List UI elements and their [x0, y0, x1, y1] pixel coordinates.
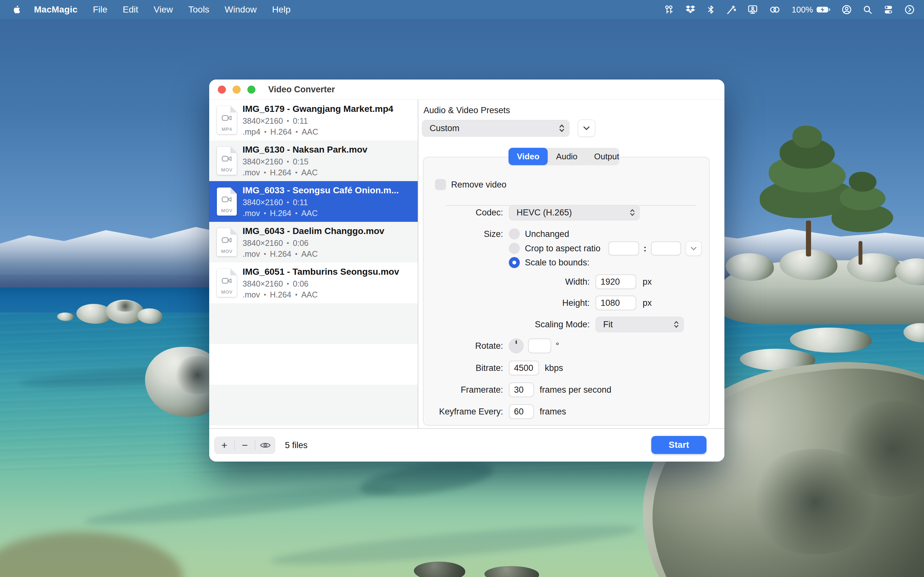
- menu-item-window[interactable]: Window: [225, 5, 257, 15]
- bluetooth-icon[interactable]: [707, 5, 715, 15]
- display-mirroring-icon[interactable]: [748, 5, 758, 15]
- file-row[interactable]: MOV IMG_6043 - Daelim Changgo.mov 3840×2…: [209, 222, 418, 263]
- crop-ratio-w-input[interactable]: [608, 242, 639, 255]
- user-icon[interactable]: [842, 5, 851, 15]
- file-type-badge: MOV: [217, 167, 237, 172]
- height-unit: px: [643, 298, 652, 308]
- video-file-icon: MP4: [217, 106, 237, 134]
- file-name: IMG_6179 - Gwangjang Market.mp4: [242, 105, 393, 113]
- file-resolution: 3840×2160: [242, 280, 283, 288]
- file-vcodec: H.264: [270, 210, 291, 218]
- link-icon[interactable]: [769, 5, 780, 15]
- bitrate-label: Bitrate:: [423, 363, 503, 373]
- dropbox-icon[interactable]: [685, 5, 696, 15]
- menu-item-tools[interactable]: Tools: [188, 5, 209, 15]
- video-file-icon: MOV: [217, 187, 237, 216]
- settings-tabs: Video Audio Output: [509, 148, 619, 165]
- file-duration: 0:11: [293, 117, 308, 125]
- control-center-icon[interactable]: [884, 5, 893, 15]
- codec-value: HEVC (H.265): [509, 208, 572, 218]
- remove-video-label: Remove video: [451, 180, 507, 190]
- battery-percent-label: 100%: [792, 5, 813, 15]
- file-row-selected[interactable]: MOV IMG_6033 - Seongsu Café Onion.m... 3…: [209, 181, 418, 222]
- menu-item-view[interactable]: View: [153, 5, 173, 15]
- preset-popup[interactable]: Custom: [422, 120, 569, 137]
- menu-item-help[interactable]: Help: [272, 5, 291, 15]
- tab-video[interactable]: Video: [509, 148, 548, 165]
- video-camera-icon: [222, 277, 232, 284]
- title-bar[interactable]: Video Converter: [209, 79, 724, 100]
- files-count-label: 5 files: [285, 440, 308, 450]
- keyframe-input[interactable]: [509, 404, 534, 419]
- boulder-mottle: [112, 301, 138, 311]
- stepper-icon: [630, 208, 635, 217]
- session-forward-icon[interactable]: [905, 5, 914, 15]
- remove-file-button[interactable]: −: [235, 437, 255, 454]
- menu-item-file[interactable]: File: [93, 5, 107, 15]
- rotate-dial[interactable]: [509, 338, 523, 353]
- file-ext: .mp4: [242, 128, 260, 136]
- presets-label: Audio & Video Presets: [423, 105, 510, 115]
- start-button[interactable]: Start: [651, 436, 706, 454]
- width-input[interactable]: [596, 274, 636, 289]
- crop-ratio-presets-button[interactable]: [686, 241, 702, 256]
- wand-icon[interactable]: [726, 5, 736, 15]
- scaling-mode-value: Fit: [596, 319, 613, 330]
- minimize-button[interactable]: [233, 85, 241, 93]
- preset-actions-button[interactable]: [578, 119, 595, 137]
- menu-item-edit[interactable]: Edit: [123, 5, 138, 15]
- height-input[interactable]: [596, 295, 636, 310]
- video-file-icon: MOV: [217, 228, 237, 256]
- stepper-icon: [674, 320, 679, 329]
- file-row[interactable]: MOV IMG_6130 - Naksan Park.mov 3840×2160…: [209, 140, 418, 181]
- width-unit: px: [643, 277, 652, 287]
- preview-button[interactable]: [255, 437, 275, 454]
- window-title: Video Converter: [268, 85, 335, 95]
- desktop: MacMagic File Edit View Tools Window Hel…: [0, 0, 924, 577]
- file-row[interactable]: MOV IMG_6051 - Tamburins Seongsu.mov 384…: [209, 263, 418, 303]
- codec-popup[interactable]: HEVC (H.265): [509, 205, 640, 220]
- empty-row: [209, 385, 418, 425]
- framerate-input[interactable]: [509, 382, 534, 397]
- chevron-down-icon: [690, 247, 697, 251]
- add-file-button[interactable]: +: [214, 437, 234, 454]
- pine-canopy: [792, 126, 822, 148]
- eye-icon: [260, 442, 271, 449]
- battery-icon: [816, 6, 830, 13]
- size-scale-radio[interactable]: [509, 257, 520, 268]
- file-list: MP4 IMG_6179 - Gwangjang Market.mp4 3840…: [209, 100, 418, 428]
- file-list-actions: + −: [214, 437, 275, 454]
- stepper-icon: [559, 123, 565, 133]
- size-crop-radio[interactable]: [509, 243, 520, 254]
- zoom-button[interactable]: [247, 85, 255, 93]
- video-converter-window: Video Converter MP4 IMG_6179 - Gwangjang…: [209, 79, 724, 462]
- close-button[interactable]: [218, 85, 226, 93]
- file-resolution: 3840×2160: [242, 198, 283, 206]
- crop-ratio-h-input[interactable]: [651, 242, 681, 255]
- menu-bar: MacMagic File Edit View Tools Window Hel…: [0, 0, 924, 19]
- keys-icon[interactable]: [664, 5, 674, 15]
- bitrate-input[interactable]: [509, 361, 539, 376]
- file-resolution: 3840×2160: [242, 117, 283, 125]
- file-ext: .mov: [242, 169, 260, 177]
- size-unchanged-radio[interactable]: [509, 229, 520, 239]
- battery-status[interactable]: 100%: [792, 5, 830, 15]
- file-name: IMG_6033 - Seongsu Café Onion.m...: [242, 186, 399, 195]
- file-type-badge: MP4: [217, 126, 237, 132]
- rotate-input[interactable]: [528, 338, 551, 353]
- scaling-mode-popup[interactable]: Fit: [596, 317, 684, 332]
- remove-video-checkbox[interactable]: [435, 179, 446, 190]
- video-camera-icon: [222, 237, 232, 243]
- chevron-down-icon: [583, 126, 590, 131]
- file-row[interactable]: MP4 IMG_6179 - Gwangjang Market.mp4 3840…: [209, 100, 418, 140]
- app-menu-name[interactable]: MacMagic: [34, 5, 78, 15]
- apple-menu-icon[interactable]: [12, 5, 21, 15]
- file-vcodec: H.264: [270, 169, 291, 177]
- boulder: [137, 308, 162, 324]
- search-icon[interactable]: [863, 5, 872, 14]
- tab-audio[interactable]: Audio: [548, 148, 586, 165]
- file-resolution: 3840×2160: [242, 239, 283, 247]
- height-label: Height:: [423, 298, 590, 308]
- tab-output[interactable]: Output: [586, 148, 628, 165]
- file-duration: 0:11: [293, 198, 308, 206]
